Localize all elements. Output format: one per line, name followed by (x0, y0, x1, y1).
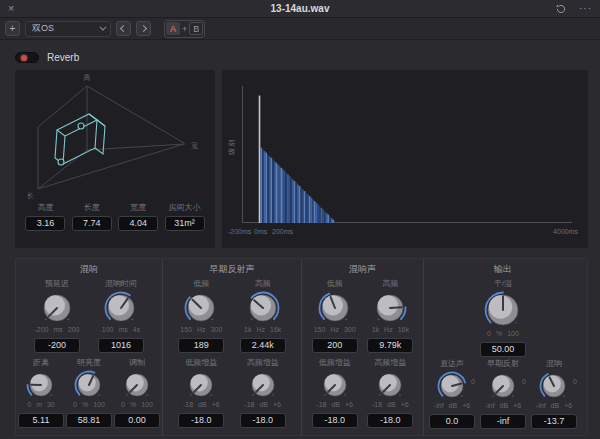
knob-rv-high-gain[interactable]: 高频增益-18dB+6-18.0 (367, 356, 413, 435)
ab-compare-group: A + B (164, 20, 205, 38)
knob-dial[interactable] (103, 290, 139, 326)
slider-value[interactable]: 31m² (165, 216, 205, 231)
knob-value[interactable]: 2.44k (240, 338, 286, 353)
next-preset-button[interactable] (136, 21, 151, 36)
knob-dial[interactable]: 0 (487, 370, 519, 402)
knob-value[interactable]: 0.00 (114, 413, 160, 428)
slider-label: 房间大小 (169, 202, 201, 213)
knob-er-low-gain[interactable]: 低频增益-18dB+6-18.0 (178, 356, 224, 435)
knob-tick-dot (98, 394, 100, 396)
b-state-button[interactable]: B (189, 22, 203, 35)
group-title: 早期反射声 (163, 263, 301, 277)
knob-early-reflect[interactable]: 早期反射0-infdB+6-inf (480, 357, 526, 435)
decay-bar (317, 205, 319, 223)
knob-value[interactable]: -18.0 (367, 413, 413, 428)
knob-modulation[interactable]: 调制0%1000.00 (114, 356, 160, 435)
slider-label: 宽度 (130, 202, 146, 213)
decay-bar (290, 178, 292, 223)
knob-value[interactable]: -200 (34, 338, 80, 353)
room-3d-view[interactable]: 高 宽 长 (15, 70, 215, 202)
knob-dial[interactable] (317, 290, 353, 326)
knob-dial[interactable] (121, 369, 153, 401)
knob-value[interactable]: 5.11 (18, 413, 64, 428)
preset-dropdown[interactable]: 双OS (25, 21, 111, 37)
knob-value[interactable]: 189 (178, 338, 224, 353)
knob-er-high-freq[interactable]: 高频1kHz16k2.44k (240, 277, 286, 356)
knob-value[interactable]: 9.79k (367, 338, 413, 353)
prev-preset-button[interactable] (116, 21, 131, 36)
close-icon[interactable]: × (8, 3, 14, 14)
knob-dial[interactable] (374, 369, 406, 401)
ab-copy-button[interactable]: + (182, 24, 187, 34)
knob-label: 直达声 (440, 358, 464, 370)
knob-dial[interactable] (245, 290, 281, 326)
knob-row: 直达声0-infdB+60.0早期反射0-infdB+6-inf混响0-infd… (424, 357, 582, 435)
decay-bar (295, 183, 297, 223)
decay-bar (292, 179, 294, 223)
knob-dry-wet[interactable]: 干/湿0%10050.00 (480, 277, 526, 357)
knob-er-low-freq[interactable]: 低频150Hz300189 (178, 277, 224, 356)
knob-er-high-gain[interactable]: 高频增益-18dB+6-18.0 (240, 356, 286, 435)
knob-scale: -infdB+6 (536, 402, 572, 412)
knob-distance[interactable]: 距离0m305.11 (18, 356, 64, 435)
history-reset-icon[interactable] (555, 3, 567, 15)
decay-bar (282, 169, 284, 223)
decay-bar (289, 176, 291, 223)
knob-panel: 混响预延迟-200ms200-200混响时间100ms4s1016距离0m305… (15, 258, 588, 436)
zero-db-tick-label: 0 (573, 378, 577, 385)
knob-dial[interactable] (247, 369, 279, 401)
knob-dial[interactable] (372, 290, 408, 326)
options-menu-icon[interactable]: ··· (579, 4, 592, 14)
knob-reverb-out[interactable]: 混响0-infdB+6-13.7 (531, 357, 577, 435)
slider-room-size: 房间大小 31m² (165, 202, 205, 231)
knob-tick-dot (132, 319, 134, 321)
decay-bar (262, 149, 264, 223)
add-preset-button[interactable]: + (5, 21, 20, 36)
fx-header: Reverb (15, 46, 588, 68)
knob-dial[interactable] (39, 290, 75, 326)
room-handle-top[interactable] (78, 123, 84, 129)
bypass-toggle[interactable] (15, 52, 39, 63)
slider-value[interactable]: 7.74 (72, 216, 112, 231)
slider-value[interactable]: 3.16 (25, 216, 65, 231)
knob-value[interactable]: 0.0 (429, 414, 475, 429)
knob-value[interactable]: -inf (480, 414, 526, 429)
knob-dial[interactable] (319, 369, 351, 401)
knob-dial[interactable] (183, 290, 219, 326)
knob-scale: 1kHz16k (372, 326, 409, 336)
chevron-right-icon (140, 25, 147, 32)
knob-highlight (31, 374, 48, 391)
knob-value[interactable]: -18.0 (312, 413, 358, 428)
knob-svg (73, 369, 105, 401)
knob-value[interactable]: -18.0 (240, 413, 286, 428)
knob-value[interactable]: 200 (312, 338, 358, 353)
decay-bar (259, 96, 261, 223)
knob-dial[interactable] (73, 369, 105, 401)
knob-dial[interactable]: 0 (436, 370, 468, 402)
knob-label: 低频 (327, 278, 343, 290)
knob-scale: 0%100 (121, 401, 153, 411)
knob-brightness[interactable]: 明亮度0%10058.81 (66, 356, 112, 435)
slider-value[interactable]: 4.04 (118, 216, 158, 231)
knob-dial[interactable] (25, 369, 57, 401)
knob-value[interactable]: 58.81 (66, 413, 112, 428)
axis-height-label: 高 (84, 74, 91, 81)
knob-dial[interactable] (185, 369, 217, 401)
a-state-button[interactable]: A (166, 22, 180, 35)
knob-rv-low-freq[interactable]: 低频150Hz300200 (312, 277, 358, 356)
knob-pre-delay[interactable]: 预延迟-200ms200-200 (34, 277, 80, 356)
knob-direct-sound[interactable]: 直达声0-infdB+60.0 (429, 357, 475, 435)
room-handle-bottom[interactable] (58, 159, 64, 165)
knob-value[interactable]: -18.0 (178, 413, 224, 428)
knob-reverb-time[interactable]: 混响时间100ms4s1016 (98, 277, 144, 356)
knob-value[interactable]: 50.00 (480, 342, 526, 357)
knob-rv-high-freq[interactable]: 高频1kHz16k9.79k (367, 277, 413, 356)
knob-value[interactable]: 1016 (98, 338, 144, 353)
knob-dial[interactable] (483, 290, 523, 330)
knob-dial[interactable]: 0 (538, 370, 570, 402)
knob-tick-dot (378, 319, 380, 321)
knob-value[interactable]: -13.7 (531, 414, 577, 429)
knob-scale: -18dB+6 (244, 401, 281, 411)
knob-svg (25, 369, 57, 401)
knob-rv-low-gain[interactable]: 低频增益-18dB+6-18.0 (312, 356, 358, 435)
